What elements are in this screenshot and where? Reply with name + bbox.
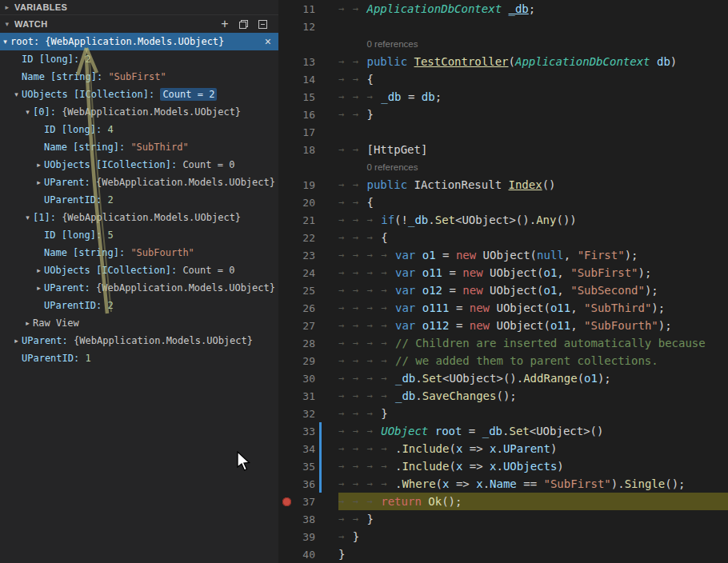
- code-content[interactable]: →→→→// we added them to parent collectio…: [338, 352, 728, 369]
- codelens-label[interactable]: 0 references: [367, 39, 418, 49]
- code-content[interactable]: →→→UObject root = _db.Set<UObject>(): [338, 422, 728, 440]
- twisty-down-icon[interactable]: ▾: [11, 90, 22, 98]
- twisty-down-icon[interactable]: ▾: [22, 214, 33, 222]
- code-token: o11: [550, 301, 570, 314]
- code-content[interactable]: }: [338, 545, 728, 563]
- code-content[interactable]: →→→→var o112 = new UObject(o11, "SubFour…: [338, 317, 728, 334]
- code-content[interactable]: →→[HttpGet]: [338, 141, 728, 158]
- variables-section-header[interactable]: ▸ VARIABLES: [0, 0, 278, 15]
- code-content[interactable]: →→→→.Include(x => x.UParent): [338, 440, 728, 457]
- watch-section-header[interactable]: ▾ WATCH +: [0, 15, 278, 33]
- code-editor[interactable]: 11→→ApplicationDbContext _db;120 referen…: [278, 0, 728, 563]
- code-content[interactable]: →→public IActionResult Index(): [338, 176, 728, 194]
- code-content[interactable]: →→→→// Children are inserted automatical…: [338, 334, 728, 352]
- watch-row[interactable]: UParentID: 1: [0, 349, 278, 367]
- tab-whitespace-icon: →: [353, 355, 367, 366]
- code-line: 33→→→UObject root = _db.Set<UObject>(): [278, 422, 728, 440]
- code-token: {: [367, 73, 374, 86]
- twisty-right-icon[interactable]: ▸: [34, 161, 44, 169]
- code-token: x: [456, 442, 462, 455]
- code-content[interactable]: →→→{: [338, 229, 728, 246]
- twisty-right-icon[interactable]: ▸: [34, 178, 44, 186]
- tab-whitespace-icon: →: [381, 337, 395, 349]
- watch-row[interactable]: Name [string]: "SubFourth": [0, 244, 278, 262]
- watch-row[interactable]: ▾[0]: {WebApplication.Models.UObject}: [0, 103, 278, 121]
- watch-row[interactable]: ▸UObjects [ICollection]: Count = 0: [0, 156, 278, 174]
- twisty-down-icon[interactable]: ▾: [0, 38, 10, 46]
- twisty-right-icon[interactable]: ▸: [11, 337, 22, 345]
- code-content[interactable]: →→public TestController(ApplicationDbCon…: [338, 53, 728, 70]
- add-expression-icon[interactable]: +: [221, 18, 229, 30]
- code-content[interactable]: [338, 18, 728, 35]
- remove-watch-icon[interactable]: ×: [265, 35, 278, 48]
- tab-whitespace-icon: →: [367, 443, 382, 454]
- watch-row[interactable]: ▸UParent: {WebApplication.Models.UObject…: [0, 279, 278, 297]
- twisty-down-icon[interactable]: ▾: [22, 108, 33, 116]
- code-token: AddRange: [523, 372, 577, 385]
- twisty-right-icon[interactable]: ▸: [34, 284, 44, 292]
- tab-whitespace-icon: →: [353, 373, 367, 384]
- code-line: 35→→→→.Include(x => x.UObjects): [278, 457, 728, 475]
- code-content[interactable]: →→}: [338, 510, 728, 528]
- watch-row[interactable]: ID [long]: 2: [0, 50, 278, 68]
- copy-icon[interactable]: [239, 20, 248, 29]
- watch-text: {WebApplication.Models.UObject}: [62, 212, 241, 223]
- watch-row[interactable]: Name [string]: "SubThird": [0, 138, 278, 156]
- watch-row[interactable]: ▸UParent: {WebApplication.Models.UObject…: [0, 174, 278, 191]
- watch-row[interactable]: ▸Raw View: [0, 314, 278, 332]
- editor-gutter: 35: [278, 457, 338, 475]
- code-content[interactable]: →→→→var o11 = new UObject(o1, "SubFirst"…: [338, 264, 728, 282]
- watch-toolbar: +: [221, 18, 275, 30]
- code-content[interactable]: →→→→var o111 = new UObject(o11, "SubThir…: [338, 299, 728, 317]
- code-content[interactable]: →→{: [338, 194, 728, 211]
- watch-row-selected[interactable]: ▾root: {WebApplication.Models.UObject}×: [0, 33, 278, 50]
- code-content[interactable]: [338, 123, 728, 141]
- watch-row[interactable]: ▸UObjects [ICollection]: Count = 0: [0, 262, 278, 279]
- code-content[interactable]: →→→return Ok();: [338, 493, 728, 510]
- tab-whitespace-icon: →: [367, 214, 382, 226]
- code-content[interactable]: →→→→.Include(x => x.UObjects): [338, 457, 728, 475]
- code-token: {: [381, 231, 387, 244]
- watch-text: UParentID:: [22, 353, 85, 364]
- code-content[interactable]: →→{: [338, 70, 728, 88]
- watch-row[interactable]: ▾[1]: {WebApplication.Models.UObject}: [0, 209, 278, 226]
- tab-whitespace-icon: →: [353, 74, 367, 85]
- code-token: public: [367, 55, 408, 68]
- tab-whitespace-icon: →: [353, 91, 367, 102]
- collapse-all-icon[interactable]: [258, 20, 267, 29]
- code-content[interactable]: →→→}: [338, 405, 728, 422]
- watch-row[interactable]: ID [long]: 5: [0, 226, 278, 244]
- watch-row[interactable]: Name [string]: "SubFirst": [0, 68, 278, 86]
- tab-whitespace-icon: →: [381, 461, 395, 472]
- watch-row[interactable]: ▸UParent: {WebApplication.Models.UObject…: [0, 332, 278, 349]
- code-content[interactable]: 0 references: [338, 158, 728, 176]
- watch-row[interactable]: ID [long]: 4: [0, 121, 278, 138]
- code-token: =>: [449, 477, 476, 490]
- code-content[interactable]: →→→→.Where(x => x.Name == "SubFirst").Si…: [338, 475, 728, 493]
- breakpoint-icon[interactable]: [282, 497, 291, 506]
- watch-row[interactable]: UParentID: 2: [0, 191, 278, 209]
- breakpoint-margin[interactable]: [278, 497, 294, 506]
- twisty-right-icon[interactable]: ▸: [34, 266, 44, 274]
- watch-text: {WebApplication.Models.UObject}: [96, 282, 275, 293]
- code-token: .: [428, 214, 434, 226]
- code-content[interactable]: →→→→_db.SaveChanges();: [338, 387, 728, 405]
- codelens-label[interactable]: 0 references: [367, 162, 418, 172]
- watch-row[interactable]: ▾UObjects [ICollection]: Count = 2: [0, 86, 278, 103]
- code-content[interactable]: →→}: [338, 106, 728, 123]
- code-token: );: [651, 301, 665, 314]
- twisty-right-icon[interactable]: ▸: [22, 319, 33, 327]
- code-content[interactable]: →→→→_db.Set<UObject>().AddRange(o1);: [338, 369, 728, 387]
- gutter-marker: [315, 440, 338, 457]
- code-content[interactable]: →→→→var o12 = new UObject(o1, "SubSecond…: [338, 282, 728, 299]
- code-content[interactable]: →→→→var o1 = new UObject(null, "First");: [338, 246, 728, 264]
- code-content[interactable]: →→ApplicationDbContext _db;: [338, 0, 728, 18]
- code-content[interactable]: →}: [338, 528, 728, 545]
- gutter-marker: [315, 352, 338, 369]
- code-content[interactable]: 0 references: [338, 35, 728, 53]
- code-content[interactable]: →→→_db = db;: [338, 88, 728, 106]
- tab-whitespace-icon: →: [367, 355, 382, 366]
- watch-row[interactable]: UParentID: 2: [0, 297, 278, 314]
- code-token: .: [395, 477, 402, 490]
- code-content[interactable]: →→→if(!_db.Set<UObject>().Any()): [338, 211, 728, 229]
